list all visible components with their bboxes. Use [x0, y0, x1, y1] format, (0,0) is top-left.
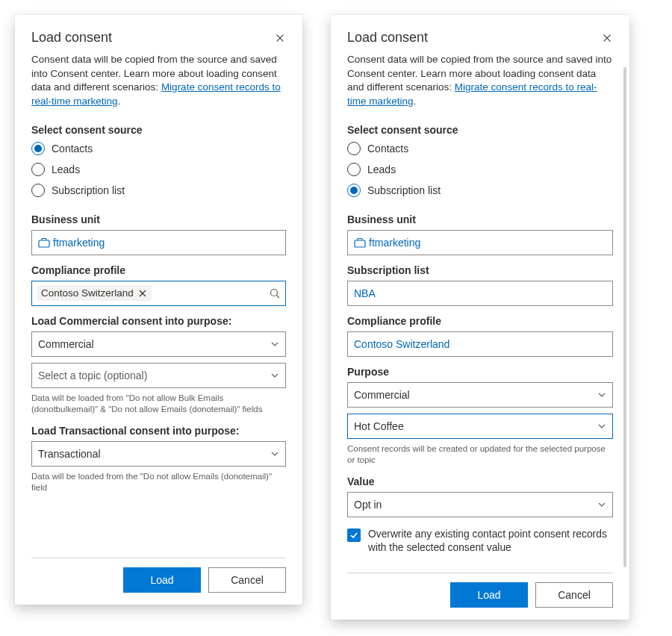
radio-icon — [347, 163, 361, 176]
compliance-profile-field[interactable]: Contoso Switzerland — [347, 331, 613, 357]
select-value: Commercial — [38, 338, 94, 350]
svg-rect-3 — [355, 240, 365, 247]
radio-label: Contacts — [367, 143, 408, 155]
commercial-purpose-select[interactable]: Commercial — [31, 331, 286, 357]
load-button[interactable]: Load — [450, 582, 528, 608]
intro-post: . — [118, 96, 121, 107]
remove-tag-button[interactable] — [138, 289, 147, 298]
commercial-heading: Load Commercial consent into purpose: — [31, 315, 286, 327]
source-radio-group: Contacts Leads Subscription list — [347, 142, 613, 197]
compliance-profile-value: Contoso Switzerland — [354, 338, 449, 350]
cancel-button[interactable]: Cancel — [208, 567, 286, 593]
radio-icon — [31, 184, 45, 197]
close-icon — [602, 33, 612, 43]
business-unit-value: ftmarketing — [53, 237, 105, 249]
radio-icon — [347, 184, 361, 197]
transactional-heading: Load Transactional consent into purpose: — [31, 425, 286, 437]
purpose-select[interactable]: Commercial — [347, 382, 613, 408]
select-placeholder: Select a topic (optional) — [38, 370, 147, 381]
compliance-profile-label: Compliance profile — [31, 264, 286, 276]
commercial-topic-select[interactable]: Select a topic (optional) — [31, 363, 286, 388]
svg-line-2 — [277, 295, 280, 298]
radio-label: Subscription list — [367, 184, 441, 196]
dialog-footer: Load Cancel — [347, 573, 613, 608]
close-button[interactable] — [601, 32, 613, 44]
value-label: Value — [347, 476, 613, 487]
chevron-down-icon — [597, 390, 606, 399]
radio-subscription-list[interactable]: Subscription list — [31, 184, 286, 197]
svg-rect-0 — [39, 240, 49, 247]
radio-leads[interactable]: Leads — [347, 163, 613, 176]
svg-point-1 — [271, 289, 278, 296]
dialog-title: Load consent — [347, 30, 428, 46]
select-value: Commercial — [354, 389, 410, 401]
transactional-hint: Data will be loaded from the "Do not all… — [31, 471, 286, 494]
chevron-down-icon — [270, 371, 279, 380]
subscription-list-field[interactable]: NBA — [347, 281, 613, 306]
radio-icon — [347, 142, 361, 155]
search-button[interactable] — [269, 287, 281, 299]
dialog-header: Load consent — [347, 30, 613, 46]
select-value: Transactional — [38, 448, 101, 460]
panel-load-consent-sublist: Load consent Consent data will be copied… — [331, 15, 629, 620]
business-unit-field[interactable]: ftmarketing — [347, 230, 613, 255]
overwrite-checkbox[interactable] — [347, 529, 361, 542]
radio-subscription-list[interactable]: Subscription list — [347, 184, 613, 197]
source-radio-group: Contacts Leads Subscription list — [31, 142, 286, 197]
chevron-down-icon — [270, 449, 279, 458]
intro-text: Consent data will be copied from the sou… — [347, 53, 613, 109]
source-heading: Select consent source — [347, 124, 613, 136]
subscription-list-label: Subscription list — [347, 264, 613, 276]
value-select[interactable]: Opt in — [347, 492, 613, 517]
business-unit-value: ftmarketing — [369, 237, 420, 249]
commercial-hint: Data will be loaded from "Do not allow B… — [31, 393, 286, 416]
business-unit-label: Business unit — [31, 213, 286, 225]
load-button[interactable]: Load — [123, 567, 201, 593]
select-value: Hot Coffee — [354, 420, 404, 432]
briefcase-icon — [38, 237, 50, 248]
profile-tag-text: Contoso Switzerland — [41, 287, 134, 299]
dialog-header: Load consent — [31, 30, 286, 46]
overwrite-label: Overwrite any existing contact point con… — [368, 528, 613, 555]
compliance-profile-label: Compliance profile — [347, 315, 613, 327]
purpose-hint: Consent records will be created or updat… — [347, 443, 613, 467]
selected-profile-tag: Contoso Switzerland — [37, 285, 152, 301]
source-heading: Select consent source — [31, 124, 286, 136]
overwrite-checkbox-row[interactable]: Overwrite any existing contact point con… — [347, 528, 613, 555]
briefcase-icon — [354, 237, 366, 248]
radio-label: Contacts — [52, 143, 93, 155]
radio-leads[interactable]: Leads — [31, 163, 286, 176]
radio-icon — [31, 142, 45, 155]
panel-load-consent-contacts: Load consent Consent data will be copied… — [15, 15, 302, 605]
radio-label: Leads — [52, 163, 80, 175]
chevron-down-icon — [597, 500, 606, 509]
intro-post: . — [414, 96, 417, 107]
scrollbar[interactable] — [623, 67, 626, 567]
chevron-down-icon — [597, 422, 606, 431]
cancel-button[interactable]: Cancel — [535, 582, 613, 608]
purpose-label: Purpose — [347, 366, 613, 378]
radio-label: Subscription list — [52, 184, 125, 196]
business-unit-label: Business unit — [347, 213, 613, 225]
radio-contacts[interactable]: Contacts — [31, 142, 286, 155]
radio-label: Leads — [367, 163, 396, 175]
dialog-title: Load consent — [31, 30, 112, 46]
select-value: Opt in — [354, 499, 382, 511]
search-icon — [269, 287, 281, 299]
radio-icon — [31, 163, 45, 176]
intro-text: Consent data will be copied from the sou… — [31, 53, 286, 109]
transactional-purpose-select[interactable]: Transactional — [31, 441, 286, 467]
close-icon — [138, 289, 147, 298]
close-icon — [275, 33, 285, 43]
business-unit-field[interactable]: ftmarketing — [31, 230, 286, 255]
chevron-down-icon — [270, 340, 279, 349]
topic-select[interactable]: Hot Coffee — [347, 414, 613, 439]
checkmark-icon — [349, 531, 358, 540]
radio-contacts[interactable]: Contacts — [347, 142, 613, 155]
subscription-list-value: NBA — [354, 287, 376, 299]
compliance-profile-lookup[interactable]: Contoso Switzerland — [31, 281, 286, 306]
close-button[interactable] — [274, 32, 286, 44]
dialog-footer: Load Cancel — [31, 558, 286, 593]
